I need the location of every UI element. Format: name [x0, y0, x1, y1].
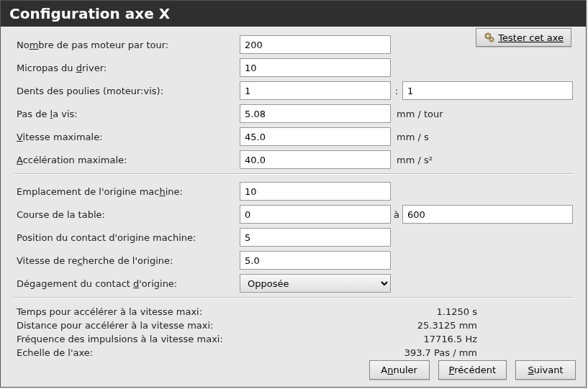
divider-1 — [14, 173, 573, 175]
travel-min-input[interactable] — [240, 205, 391, 224]
pulley-motor-input[interactable] — [240, 81, 391, 100]
latch-dir-select[interactable]: Opposée — [240, 274, 391, 293]
scale-value: 393.7 Pas / mm — [376, 347, 477, 360]
accel-dist-value: 25.3125 mm — [376, 319, 477, 333]
microstep-label: Micropas du driver: — [14, 63, 240, 73]
pulley-screw-input[interactable] — [402, 81, 573, 100]
next-button[interactable]: Suivant — [515, 360, 576, 380]
accel-time-value: 1.1250 s — [376, 306, 477, 319]
vmax-label: Vitesse maximale: — [14, 132, 240, 142]
travel-label: Course de la table: — [14, 209, 240, 220]
pulse-freq-label: Fréquence des impulsions à la vitesse ma… — [14, 333, 376, 347]
pitch-input[interactable] — [240, 104, 391, 123]
amax-label: Accélération maximale: — [14, 155, 240, 165]
home-loc-label: Emplacement de l'origine machine: — [14, 186, 240, 197]
accel-dist-label: Distance pour accélérer à la vitesse max… — [14, 319, 376, 333]
divider-2 — [14, 297, 573, 298]
microstep-input[interactable] — [240, 58, 391, 77]
home-sw-pos-label: Position du contact d'origine machine: — [14, 232, 240, 243]
home-loc-input[interactable] — [240, 182, 391, 201]
amax-input[interactable] — [240, 150, 391, 169]
scale-label: Echelle de l'axe: — [14, 347, 376, 360]
home-sw-pos-input[interactable] — [240, 228, 391, 247]
gears-icon — [484, 32, 495, 43]
cancel-button[interactable]: Annuler — [369, 360, 430, 380]
home-search-v-input[interactable] — [240, 251, 391, 270]
test-axis-label: Tester cet axe — [498, 32, 564, 43]
pulse-freq-value: 17716.5 Hz — [376, 333, 477, 347]
pulley-label: Dents des poulies (moteur:vis): — [14, 86, 240, 96]
window-title: Configuration axe X — [1, 1, 586, 27]
steps-per-rev-label: Nombre de pas moteur par tour: — [14, 40, 240, 50]
previous-button[interactable]: Précédent — [438, 360, 507, 380]
vmax-input[interactable] — [240, 127, 391, 146]
pulley-sep: : — [391, 86, 402, 96]
pitch-unit: mm / tour — [391, 109, 443, 119]
accel-time-label: Temps pour accélérer à la vitesse maxi: — [14, 306, 376, 319]
vmax-unit: mm / s — [391, 132, 429, 142]
stats-block: Temps pour accélérer à la vitesse maxi: … — [14, 306, 573, 360]
pitch-label: Pas de la vis: — [14, 109, 240, 119]
svg-point-1 — [487, 35, 489, 37]
travel-max-input[interactable] — [402, 205, 573, 224]
latch-dir-label: Dégagement du contact d'origine: — [14, 278, 240, 289]
home-search-v-label: Vitesse de recherche de l'origine: — [14, 255, 240, 266]
steps-per-rev-input[interactable] — [240, 35, 391, 54]
amax-unit: mm / s² — [391, 155, 433, 165]
test-axis-button[interactable]: Tester cet axe — [476, 28, 571, 47]
travel-sep: à — [391, 209, 402, 220]
svg-point-3 — [491, 39, 492, 40]
